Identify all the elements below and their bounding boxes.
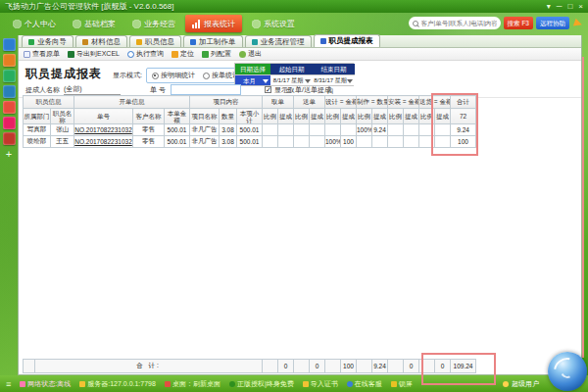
announcement-icon[interactable]: [573, 18, 583, 27]
column-header[interactable]: 所属部门: [24, 109, 51, 124]
status-label: 桌面：刷新桌面: [172, 379, 220, 389]
column-header[interactable]: 72: [451, 109, 476, 124]
tab-workflow-manage[interactable]: 业务流程管理: [245, 35, 312, 47]
column-group-header[interactable]: 取单: [263, 96, 294, 109]
nav-business[interactable]: 业务经营: [125, 15, 182, 32]
status-label: 在线客服: [355, 379, 382, 389]
column-group-header[interactable]: 设计 = 金额×0.2: [325, 96, 357, 109]
nav-report-statistics[interactable]: 报表统计: [185, 15, 242, 32]
shortcut-tile-4[interactable]: [3, 85, 16, 98]
add-shortcut-button[interactable]: +: [3, 148, 16, 161]
radio-by-detail[interactable]: 按明细统计: [152, 71, 195, 80]
tab-business-wizard[interactable]: 业务向导: [22, 35, 74, 47]
shortcut-rail: +: [0, 35, 18, 375]
column-group-header[interactable]: 送货 = 金额×0: [419, 96, 451, 109]
export-excel-button[interactable]: 导出到EXCEL: [68, 49, 120, 59]
current-user[interactable]: 超级用户: [503, 379, 539, 389]
app-window: 飞扬动力广告公司管理软件 [旗舰版 - V2.6.0.568] ▾ ─ □ × …: [0, 0, 588, 392]
support-icon: [347, 381, 353, 387]
tab-work-order[interactable]: 加工制作单: [183, 35, 243, 47]
table-cell: [263, 136, 278, 148]
column-header[interactable]: 比例: [325, 109, 341, 124]
desktop-refresh[interactable]: 桌面：刷新桌面: [165, 379, 220, 389]
run-query-button[interactable]: 执行查询: [127, 49, 164, 59]
summary-cell: 100: [341, 360, 357, 373]
column-group-header[interactable]: 开单信息: [74, 96, 190, 109]
online-support-button[interactable]: 在线客服: [347, 379, 382, 389]
column-header[interactable]: 提成: [435, 109, 451, 124]
column-header[interactable]: 比例: [357, 109, 372, 124]
order-filter-label: 单 号: [150, 85, 166, 95]
excel-icon: [68, 51, 74, 58]
nav-label: 个人中心: [24, 19, 56, 29]
status-label: 网络状态:离线: [27, 379, 71, 389]
table-cell: 100%: [357, 124, 372, 136]
column-group-header[interactable]: 项目内容: [190, 96, 263, 109]
workflow-icon: [252, 39, 258, 45]
column-header[interactable]: 比例: [294, 109, 310, 124]
column-header[interactable]: 比例: [263, 109, 278, 124]
column-header[interactable]: 职员名称: [51, 109, 74, 124]
shortcut-tile-6[interactable]: [3, 117, 16, 129]
shortcut-tile-5[interactable]: [3, 101, 16, 114]
close-icon[interactable]: ×: [578, 0, 583, 13]
minimize-icon[interactable]: ─: [557, 0, 563, 13]
tab-material-info[interactable]: 材料信息: [75, 35, 127, 47]
column-header[interactable]: 本项小计: [237, 109, 263, 124]
shortcut-tile-7[interactable]: [3, 132, 16, 145]
table-row[interactable]: 写真部张山NO.2017082231032零售500.01非凡广告3.08500…: [24, 124, 476, 136]
exit-button[interactable]: 退出: [239, 49, 262, 59]
document-icon: [24, 51, 30, 58]
table-cell: 王五: [51, 136, 74, 148]
remote-assist-button[interactable]: 远程协助: [536, 17, 569, 29]
column-header[interactable]: 客户名称: [133, 109, 165, 124]
column-group-header[interactable]: 安装 = 金额×0: [388, 96, 419, 109]
summary-gap-cell: [24, 360, 35, 373]
order-number-link[interactable]: NO.2017082231032: [74, 124, 133, 136]
column-group-header[interactable]: 职员信息: [24, 96, 74, 109]
skin-menu-icon[interactable]: ▾: [547, 0, 551, 13]
table-cell: 非凡广告: [190, 136, 220, 148]
tab-commission-report[interactable]: 职员提成报表: [314, 34, 380, 47]
window-controls: ▾ ─ □ ×: [547, 0, 583, 13]
import-certificate-button[interactable]: 导入证书: [303, 379, 338, 389]
column-group-header[interactable]: 送单: [294, 96, 325, 109]
material-icon: [82, 39, 88, 45]
shortcut-tile-2[interactable]: [3, 54, 16, 67]
nav-personal-center[interactable]: 个人中心: [6, 15, 63, 32]
column-header[interactable]: 提成: [404, 109, 419, 124]
column-header[interactable]: 项目名称: [190, 109, 220, 124]
nav-base-archives[interactable]: 基础档案: [66, 15, 122, 32]
column-group-header[interactable]: 制作 = 数量×3: [357, 96, 388, 109]
main-nav: 个人中心 基础档案 业务经营 报表统计 系统设置: [6, 15, 302, 32]
column-group-header[interactable]: 合计: [451, 96, 476, 109]
column-header[interactable]: 提成: [278, 109, 294, 124]
column-header[interactable]: 提成: [310, 109, 325, 124]
statusbar-menu-icon[interactable]: ≡: [6, 379, 11, 389]
column-header[interactable]: 单号: [74, 109, 133, 124]
column-header[interactable]: 比例: [419, 109, 435, 124]
order-number-link[interactable]: NO.2017082231032: [74, 136, 133, 148]
shortcut-tile-3[interactable]: [3, 70, 16, 82]
table-cell: [278, 136, 294, 148]
column-header[interactable]: 本单金额: [165, 109, 190, 124]
checkbox-icon: ✓: [265, 86, 271, 93]
column-header[interactable]: 提成: [372, 109, 388, 124]
order-filter-input[interactable]: [171, 84, 241, 95]
tab-staff-info[interactable]: 职员信息: [129, 35, 181, 47]
nav-system-settings[interactable]: 系统设置: [245, 15, 302, 32]
column-header[interactable]: 比例: [388, 109, 404, 124]
view-original-order-button[interactable]: 查看原单: [24, 49, 60, 59]
person-filter-input[interactable]: [64, 85, 121, 95]
show-pickup-delivery-checkbox[interactable]: ✓ 显示取单/送单提成: [265, 85, 331, 95]
search-input[interactable]: [421, 20, 497, 26]
shortcut-tile-1[interactable]: [3, 38, 16, 51]
column-config-button[interactable]: 列配置: [202, 49, 231, 59]
column-header[interactable]: 提成: [341, 109, 357, 124]
maximize-icon[interactable]: □: [567, 0, 572, 13]
column-header[interactable]: 数量: [220, 109, 237, 124]
lock-screen-button[interactable]: 锁屏: [391, 379, 413, 389]
locate-button[interactable]: 定位: [172, 49, 194, 59]
table-row[interactable]: 喷绘部王五NO.2017082231032零售500.01非凡广告3.08500…: [24, 136, 476, 148]
search-button[interactable]: 搜索 F3: [504, 17, 533, 29]
